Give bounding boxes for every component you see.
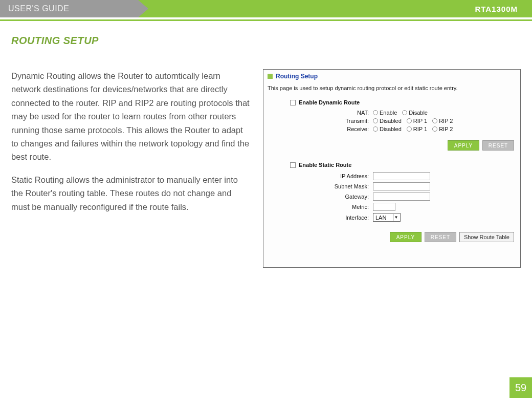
radio-icon	[432, 126, 437, 132]
enable-dynamic-checkbox[interactable]	[290, 100, 296, 105]
transmit-disabled-option[interactable]: Disabled	[373, 118, 402, 124]
enable-static-label: Enable Static Route	[299, 162, 351, 168]
mask-input[interactable]	[373, 182, 430, 190]
receive-label: Receive:	[268, 126, 373, 132]
header-green-bar: RTA1300M	[138, 0, 532, 17]
panel-title-row: Routing Setup	[268, 73, 516, 80]
ip-row: IP Address:	[268, 172, 516, 180]
gateway-row: Gateway:	[268, 193, 516, 201]
interface-select[interactable]: LAN ▼	[373, 213, 401, 222]
nat-enable-option[interactable]: Enable	[373, 110, 397, 116]
nat-enable-label: Enable	[380, 110, 397, 116]
gateway-input[interactable]	[373, 193, 430, 201]
transmit-label: Transmit:	[268, 118, 373, 124]
panel-title: Routing Setup	[276, 73, 318, 80]
section-title: ROUTING SETUP	[11, 35, 521, 47]
metric-label: Metric:	[268, 204, 373, 210]
chevron-down-icon: ▼	[393, 214, 399, 221]
transmit-opt1: RIP 1	[413, 118, 427, 124]
description-column: Dynamic Routing allows the Router to aut…	[11, 69, 251, 268]
receive-rip2-option[interactable]: RIP 2	[432, 126, 453, 132]
show-route-table-button[interactable]: Show Route Table	[459, 232, 514, 242]
chevron-icon	[138, 0, 148, 17]
radio-icon	[373, 118, 378, 123]
interface-label: Interface:	[268, 215, 373, 221]
dynamic-button-row: APPLY RESET	[268, 140, 514, 151]
receive-radio-group: Disabled RIP 1 RIP 2	[373, 126, 453, 132]
transmit-row: Transmit: Disabled RIP 1 RIP 2	[268, 118, 516, 124]
metric-row: Metric:	[268, 203, 516, 211]
apply-button[interactable]: APPLY	[390, 232, 422, 242]
transmit-opt0: Disabled	[380, 118, 402, 124]
interface-row: Interface: LAN ▼	[268, 213, 516, 222]
header-band: RTA1300M USER'S GUIDE	[0, 0, 532, 24]
nat-row: NAT: Enable Disable	[268, 110, 516, 116]
static-button-row: APPLY RESET Show Route Table	[268, 232, 514, 242]
transmit-opt2: RIP 2	[439, 118, 453, 124]
two-column-layout: Dynamic Routing allows the Router to aut…	[11, 69, 521, 268]
bullet-icon	[268, 74, 273, 79]
panel-description: This page is used to setup dynamic routi…	[268, 85, 516, 91]
receive-opt1: RIP 1	[413, 126, 427, 132]
gateway-label: Gateway:	[268, 194, 373, 200]
page-number: 59	[515, 382, 526, 394]
receive-opt0: Disabled	[380, 126, 402, 132]
panel-inner: Routing Setup This page is used to setup…	[263, 70, 520, 246]
reset-button[interactable]: RESET	[482, 140, 514, 151]
receive-row: Receive: Disabled RIP 1 RIP 2	[268, 126, 516, 132]
radio-icon	[373, 126, 378, 132]
nat-disable-option[interactable]: Disable	[402, 110, 428, 116]
paragraph-static: Static Routing allows the administrator …	[11, 173, 251, 214]
enable-static-checkbox[interactable]	[290, 162, 296, 168]
enable-dynamic-label: Enable Dynamic Route	[299, 99, 360, 105]
radio-icon	[407, 126, 412, 132]
product-model: RTA1300M	[475, 5, 518, 13]
content-area: ROUTING SETUP Dynamic Routing allows the…	[11, 35, 521, 268]
ip-label: IP Address:	[268, 173, 373, 179]
transmit-rip2-option[interactable]: RIP 2	[432, 118, 453, 124]
transmit-rip1-option[interactable]: RIP 1	[407, 118, 427, 124]
enable-static-row: Enable Static Route	[290, 162, 516, 168]
paragraph-dynamic: Dynamic Routing allows the Router to aut…	[11, 69, 251, 164]
transmit-radio-group: Disabled RIP 1 RIP 2	[373, 118, 453, 124]
nat-radio-group: Enable Disable	[373, 110, 428, 116]
page-number-badge: 59	[509, 377, 532, 398]
header-greenline	[0, 19, 532, 21]
enable-dynamic-row: Enable Dynamic Route	[290, 99, 516, 105]
receive-disabled-option[interactable]: Disabled	[373, 126, 402, 132]
receive-opt2: RIP 2	[439, 126, 453, 132]
reset-button[interactable]: RESET	[425, 232, 456, 242]
mask-label: Subnet Mask:	[268, 183, 373, 189]
interface-value: LAN	[375, 215, 386, 221]
receive-rip1-option[interactable]: RIP 1	[407, 126, 427, 132]
metric-input[interactable]	[373, 203, 395, 211]
radio-icon	[432, 118, 437, 123]
radio-icon	[407, 118, 412, 123]
radio-icon	[402, 110, 407, 115]
radio-icon	[373, 110, 378, 115]
apply-button[interactable]: APPLY	[448, 140, 479, 151]
ip-input[interactable]	[373, 172, 430, 180]
guide-label: USER'S GUIDE	[8, 4, 69, 13]
mask-row: Subnet Mask:	[268, 182, 516, 190]
nat-label: NAT:	[268, 110, 373, 116]
config-panel: Routing Setup This page is used to setup…	[263, 69, 521, 268]
header-grey-bar: USER'S GUIDE	[0, 0, 138, 17]
nat-disable-label: Disable	[409, 110, 428, 116]
